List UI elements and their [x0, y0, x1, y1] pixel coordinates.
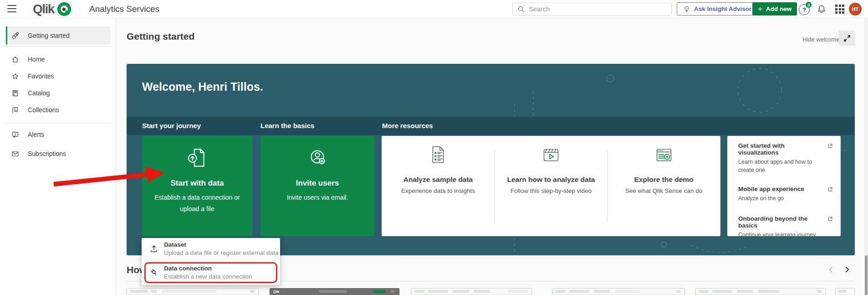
- video-thumbnail[interactable]: Qlik: [270, 288, 399, 295]
- qlik-logo: Qlik: [33, 0, 71, 18]
- browser-demo-icon: [652, 143, 676, 168]
- card-title: Start with data: [142, 179, 252, 188]
- book-icon: [11, 89, 20, 98]
- external-link-icon: [827, 143, 833, 149]
- card-subtitle: Establish a data connection or upload a …: [142, 192, 252, 214]
- welcome-title: Welcome, Henri Tillos.: [142, 80, 263, 93]
- video-thumbnail[interactable]: [552, 288, 685, 295]
- mail-icon: [11, 150, 20, 158]
- carousel-next-button[interactable]: [842, 264, 853, 275]
- analyze-sample-data-item[interactable]: Analyze sample data Experience data to i…: [382, 136, 495, 236]
- collapse-arrows-icon: [843, 35, 851, 42]
- video-thumbnail[interactable]: [835, 288, 855, 295]
- menu-item-data-connection[interactable]: Data connection Establish a new data con…: [142, 262, 280, 283]
- resource-title: Analyze sample data: [382, 176, 495, 184]
- section-start-your-journey: Start your journey: [142, 117, 201, 135]
- resource-subtitle: See what Qlik Sense can do: [608, 187, 720, 194]
- card-title: Invite users: [260, 179, 374, 188]
- resource-subtitle: Experience data to insights: [382, 187, 495, 194]
- help-button[interactable]: ? 3: [799, 3, 811, 15]
- page-title: Getting started: [127, 31, 194, 42]
- qlik-wordmark: Qlik: [33, 2, 54, 16]
- app-title: Analytics Services: [89, 4, 159, 14]
- sidebar-item-catalog[interactable]: Catalog: [6, 85, 111, 101]
- sidebar-item-label: Alerts: [28, 131, 44, 138]
- video-thumbnail[interactable]: [127, 288, 259, 295]
- plus-icon: +: [758, 5, 762, 13]
- search-box[interactable]: [512, 3, 672, 16]
- video-thumbnail[interactable]: [411, 288, 532, 295]
- link-onboarding-beyond-basics[interactable]: Onboarding beyond the basics Continue yo…: [738, 215, 831, 239]
- ask-insight-advisor-button[interactable]: Ask Insight Advisor: [677, 2, 758, 16]
- alert-bubble-icon: [11, 130, 20, 139]
- sidebar-item-home[interactable]: Home: [6, 52, 111, 67]
- sidebar-item-label: Favorites: [28, 72, 54, 80]
- qlik-q-icon: [57, 2, 71, 16]
- file-upload-icon: [184, 145, 210, 171]
- sidebar-item-favorites[interactable]: Favorites: [6, 68, 111, 84]
- hamburger-menu-icon[interactable]: [7, 5, 16, 12]
- menu-item-dataset[interactable]: Dataset Upload a data file or register e…: [142, 238, 280, 259]
- video-icon: [539, 143, 563, 168]
- sidebar-divider: [6, 46, 111, 47]
- top-bar: Qlik Analytics Services Ask Insight Advi…: [0, 0, 868, 18]
- sidebar-item-collections[interactable]: Collections: [6, 102, 111, 118]
- sidebar-item-label: Collections: [28, 106, 59, 114]
- sidebar-item-getting-started[interactable]: Getting started: [6, 26, 111, 45]
- start-with-data-card[interactable]: Start with data Establish a data connect…: [142, 136, 252, 236]
- add-new-button[interactable]: + Add new: [752, 2, 797, 16]
- card-subtitle: Invite users via email.: [260, 192, 374, 203]
- resource-subtitle: Follow this step-by-step video: [495, 187, 608, 194]
- video-thumbnail[interactable]: [695, 288, 826, 295]
- plug-icon: [149, 268, 158, 277]
- bookmark-icon: [11, 106, 20, 114]
- welcome-banner: Welcome, Henri Tillos. Start your journe…: [127, 64, 855, 255]
- link-mobile-app-experience[interactable]: Mobile app experience Analyze on the go: [738, 186, 831, 202]
- search-input[interactable]: [529, 5, 667, 13]
- sidebar-item-label: Subscriptions: [28, 150, 66, 157]
- chevron-right-icon: [843, 266, 851, 273]
- invite-users-card[interactable]: Invite users Invite users via email.: [260, 136, 374, 236]
- collapse-welcome-button[interactable]: [839, 31, 855, 46]
- resource-title: Explore the demo: [608, 176, 720, 184]
- document-list-icon: [426, 143, 450, 168]
- explore-the-demo-item[interactable]: Explore the demo See what Qlik Sense can…: [608, 136, 720, 236]
- vertical-scrollbar[interactable]: [864, 18, 868, 295]
- user-plus-icon: [304, 145, 331, 171]
- help-badge: 3: [805, 1, 812, 8]
- learn-how-to-analyze-item[interactable]: Learn how to analyze data Follow this st…: [495, 136, 608, 236]
- more-resources-card: Analyze sample data Experience data to i…: [382, 136, 720, 236]
- external-link-icon: [827, 186, 833, 192]
- home-icon: [11, 55, 20, 64]
- sidebar-item-label: Home: [28, 56, 45, 63]
- learning-links-card: Get started with visualizations Learn ab…: [727, 136, 841, 236]
- sidebar-divider: [6, 123, 111, 124]
- carousel-prev-button[interactable]: [825, 264, 836, 275]
- divider: [608, 150, 608, 223]
- divider: [495, 150, 495, 223]
- scrollbar-thumb[interactable]: [865, 255, 868, 295]
- link-get-started-visualizations[interactable]: Get started with visualizations Learn ab…: [738, 142, 831, 174]
- create-new-dropdown-menu: Dataset Upload a data file or register e…: [142, 238, 280, 285]
- sidebar-item-subscriptions[interactable]: Subscriptions: [6, 146, 111, 161]
- section-strip: Start your journey Learn the basics More…: [127, 117, 855, 135]
- rocket-icon: [11, 31, 20, 40]
- section-learn-the-basics: Learn the basics: [260, 117, 314, 135]
- insight-bulb-icon: [683, 5, 690, 13]
- sidebar-item-label: Catalog: [28, 89, 50, 97]
- notifications-button[interactable]: [816, 4, 827, 15]
- sidebar: Getting started Home Favorites Catalog C…: [0, 18, 116, 295]
- sidebar-item-label: Getting started: [28, 32, 70, 39]
- hide-welcome-link[interactable]: Hide welcome: [802, 36, 840, 43]
- resource-title: Learn how to analyze data: [495, 176, 608, 184]
- user-avatar[interactable]: HT: [849, 3, 862, 16]
- bell-icon: [816, 4, 827, 15]
- search-icon: [517, 5, 525, 13]
- sidebar-item-alerts[interactable]: Alerts: [6, 127, 111, 142]
- chevron-left-icon: [827, 266, 834, 273]
- upload-icon: [149, 244, 158, 253]
- external-link-icon: [827, 216, 833, 222]
- star-icon: [11, 72, 20, 81]
- app-launcher-grid-icon[interactable]: [835, 5, 845, 14]
- section-more-resources: More resources: [382, 117, 433, 135]
